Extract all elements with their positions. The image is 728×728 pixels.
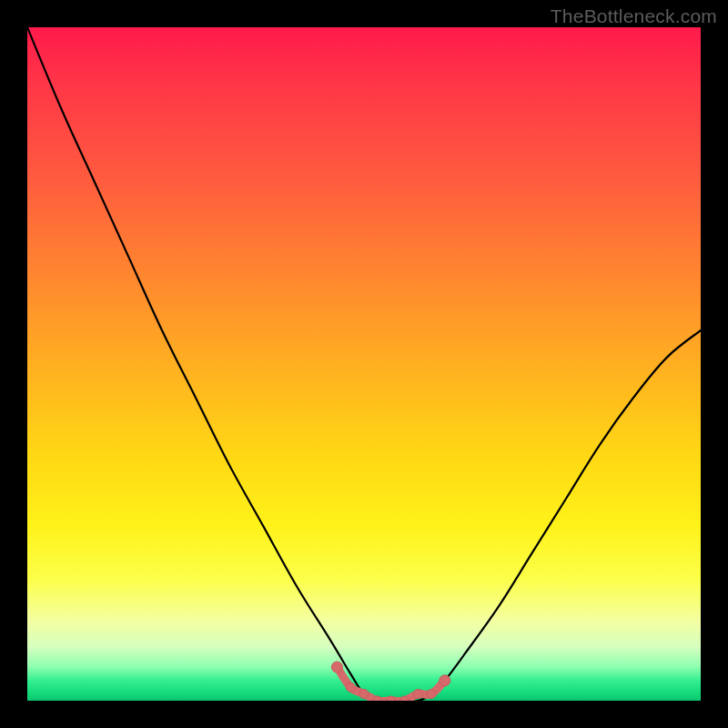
optimum-marker-dot (427, 690, 436, 699)
curve-layer (27, 27, 701, 701)
fit-curve (27, 27, 701, 701)
watermark-text: TheBottleneck.com (551, 5, 717, 27)
optimum-marker-dot (440, 675, 450, 686)
optimum-marker-dot (331, 662, 342, 672)
plot-area (27, 27, 701, 701)
optimum-marker-dot (359, 690, 369, 699)
optimum-marker-dot (346, 682, 355, 692)
optimum-marker-dot (413, 690, 422, 699)
chart-frame: TheBottleneck.com (0, 0, 728, 728)
